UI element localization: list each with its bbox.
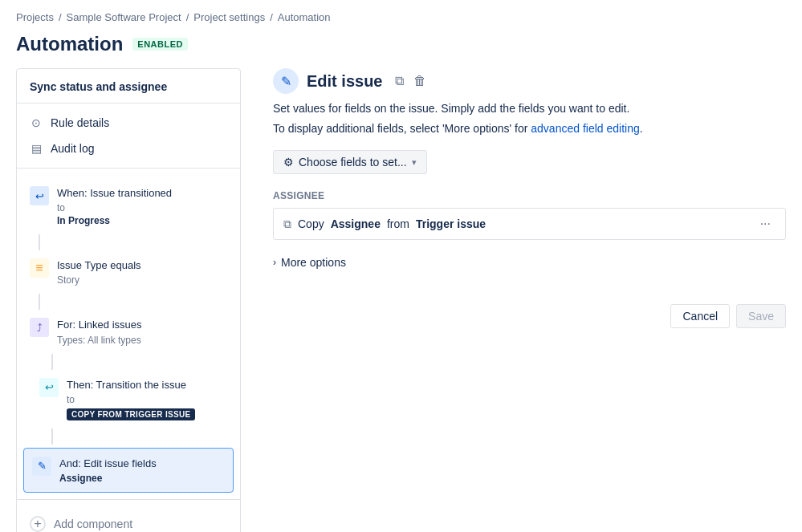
copy-rule-button[interactable]: ⧉ xyxy=(393,72,405,90)
copy-badge: COPY FROM TRIGGER ISSUE xyxy=(67,408,195,420)
field-row-menu-button[interactable]: ··· xyxy=(755,215,776,233)
copy-text: Copy xyxy=(298,217,324,230)
trigger-sub2: In Progress xyxy=(57,215,172,226)
edit-icon: ✎ xyxy=(32,457,51,476)
then-sub: to xyxy=(67,394,195,405)
choose-fields-label: Choose fields to set... xyxy=(299,156,407,169)
chevron-right-icon: › xyxy=(273,257,276,268)
assignee-label: Assignee xyxy=(273,190,786,201)
connector xyxy=(51,428,53,445)
more-options-label: More options xyxy=(281,256,346,269)
timeline-item-when[interactable]: ↩ When: Issue transitioned to In Progres… xyxy=(17,178,240,234)
sidebar-nav-label: Rule details xyxy=(51,116,109,129)
cancel-button[interactable]: Cancel xyxy=(670,304,730,328)
choose-fields-button[interactable]: ⚙ Choose fields to set... ▾ xyxy=(273,150,427,174)
edit-description-1: Set values for fields on the issue. Simp… xyxy=(273,100,786,117)
sidebar-nav-label: Audit log xyxy=(51,142,94,155)
connector xyxy=(39,294,40,310)
trigger-sub: to xyxy=(57,202,172,213)
edit-label: And: Edit issue fields xyxy=(59,457,157,471)
for-icon: ⤴ xyxy=(30,318,49,337)
condition-sub: Story xyxy=(57,274,141,286)
sidebar-title: Sync status and assignee xyxy=(17,69,240,104)
for-sub: Types: All link types xyxy=(57,335,142,346)
condition-icon: ≡ xyxy=(30,258,49,278)
trigger-label: When: Issue transitioned xyxy=(57,186,172,201)
trigger-icon: ↩ xyxy=(30,186,49,205)
status-badge: ENABLED xyxy=(132,38,188,51)
add-component[interactable]: + Add component xyxy=(17,506,240,532)
timeline-item-edit[interactable]: ✎ And: Edit issue fields Assignee xyxy=(23,448,234,493)
header-actions: ⧉ 🗑 xyxy=(393,72,428,90)
copy-icon: ⧉ xyxy=(283,217,291,231)
trigger-issue-text: Trigger issue xyxy=(416,217,486,230)
assignee-section: Assignee ⧉ Copy Assignee from Trigger is… xyxy=(273,190,786,240)
connector xyxy=(39,234,40,250)
page-header: Automation ENABLED xyxy=(0,30,802,68)
breadcrumb-project[interactable]: Sample Software Project xyxy=(67,11,181,23)
condition-label: Issue Type equals xyxy=(57,258,141,273)
edit-icon-circle: ✎ xyxy=(273,68,299,94)
assignee-field-name: Assignee xyxy=(331,217,381,230)
for-label: For: Linked issues xyxy=(57,318,142,332)
then-label: Then: Transition the issue xyxy=(67,378,195,392)
save-button[interactable]: Save xyxy=(736,304,786,328)
sidebar-item-audit-log[interactable]: ▤ Audit log xyxy=(17,136,240,161)
action-buttons: Cancel Save xyxy=(273,304,786,328)
main-layout: Sync status and assignee ⊙ Rule details … xyxy=(0,68,802,532)
breadcrumb: Projects / Sample Software Project / Pro… xyxy=(0,0,802,30)
assignee-field-row: ⧉ Copy Assignee from Trigger issue ··· xyxy=(273,208,786,240)
timeline-item-then[interactable]: ↩ Then: Transition the issue to COPY FRO… xyxy=(17,370,240,428)
add-circle-icon: + xyxy=(30,516,46,532)
edit-sub: Assignee xyxy=(59,473,157,484)
divider xyxy=(17,499,240,500)
from-text: from xyxy=(387,217,409,230)
chevron-down-icon: ▾ xyxy=(412,157,417,168)
timeline-item-condition[interactable]: ≡ Issue Type equals Story xyxy=(17,250,240,294)
edit-issue-title: Edit issue xyxy=(307,72,382,91)
sidebar: Sync status and assignee ⊙ Rule details … xyxy=(16,68,241,532)
assignee-value: ⧉ Copy Assignee from Trigger issue xyxy=(283,217,486,231)
main-panel: ✎ Edit issue ⧉ 🗑 Set values for fields o… xyxy=(241,68,786,532)
breadcrumb-project-settings[interactable]: Project settings xyxy=(193,11,265,23)
sidebar-timeline: ↩ When: Issue transitioned to In Progres… xyxy=(17,169,240,532)
breadcrumb-projects[interactable]: Projects xyxy=(16,11,54,23)
timeline-item-for[interactable]: ⤴ For: Linked issues Types: All link typ… xyxy=(17,310,240,353)
edit-issue-header: ✎ Edit issue ⧉ 🗑 xyxy=(273,68,786,94)
more-options-button[interactable]: › More options xyxy=(273,253,346,272)
gear-icon: ⚙ xyxy=(283,156,294,169)
connector xyxy=(51,354,53,370)
audit-icon: ▤ xyxy=(30,142,43,155)
info-icon: ⊙ xyxy=(30,116,43,129)
sidebar-item-rule-details[interactable]: ⊙ Rule details xyxy=(17,110,240,136)
delete-rule-button[interactable]: 🗑 xyxy=(412,72,428,90)
breadcrumb-automation: Automation xyxy=(278,11,331,23)
sidebar-nav: ⊙ Rule details ▤ Audit log xyxy=(17,104,240,169)
edit-description-2: To display additional fields, select 'Mo… xyxy=(273,120,786,137)
advanced-field-link[interactable]: advanced field editing xyxy=(531,122,639,135)
page-title: Automation xyxy=(16,33,123,55)
then-icon: ↩ xyxy=(39,378,59,397)
add-component-label: Add component xyxy=(54,518,132,530)
